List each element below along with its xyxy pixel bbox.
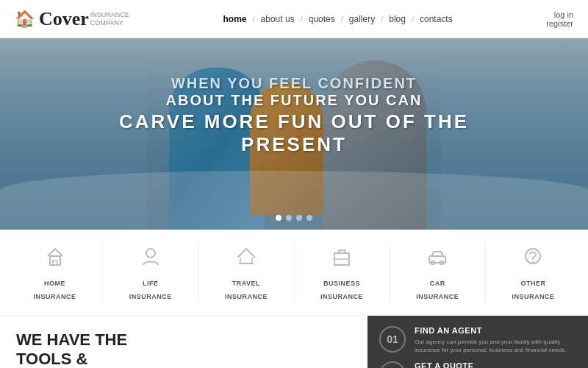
- hero-dots: [276, 215, 312, 221]
- home-ins-icon: [12, 246, 98, 271]
- right-panel-item-2: 02 GET A QUOTE Our focus is to help our …: [379, 361, 576, 368]
- step-number-1: 01: [379, 326, 406, 353]
- dot-1[interactable]: [276, 215, 282, 221]
- life-ins-icon: [107, 246, 193, 271]
- hero-line2: ABOUT THE FUTURE YOU CAN: [0, 92, 588, 109]
- insurance-other[interactable]: OTHERINSURANCE: [486, 243, 581, 305]
- auth-links: log in register: [546, 10, 573, 28]
- nav-blog[interactable]: blog: [383, 14, 412, 24]
- insurance-business[interactable]: BUSINESSINSURANCE: [295, 243, 390, 305]
- hero-text: WHEN YOU FEEL CONFIDENT ABOUT THE FUTURE…: [0, 75, 588, 156]
- step-content-2: GET A QUOTE Our focus is to help our cli…: [415, 361, 576, 368]
- dot-3[interactable]: [296, 215, 302, 221]
- hero-line1: WHEN YOU FEEL CONFIDENT: [0, 75, 588, 92]
- life-ins-label: LIFEINSURANCE: [129, 280, 172, 300]
- login-link[interactable]: log in: [546, 10, 573, 19]
- insurance-life[interactable]: LIFEINSURANCE: [103, 243, 198, 305]
- insurance-car[interactable]: CARINSURANCE: [390, 243, 486, 305]
- dot-4[interactable]: [306, 215, 312, 221]
- hero-line2-gray: ABOUT THE FUTURE: [166, 92, 339, 108]
- other-ins-label: OTHERINSURANCE: [512, 280, 554, 300]
- nav-about[interactable]: about us: [255, 14, 301, 24]
- hero-line2-white: YOU CAN: [344, 92, 422, 108]
- logo-sub-text1: insurance: [90, 11, 129, 19]
- step-text-1: Our agency can provide you and your fami…: [415, 338, 576, 354]
- dot-2[interactable]: [286, 215, 292, 221]
- logo-sub-text2: company: [90, 19, 129, 27]
- car-ins-icon: [395, 246, 481, 271]
- left-panel: WE HAVE THE TOOLS & RESOURCES YOU NEED F…: [0, 316, 368, 368]
- nav-home[interactable]: home: [218, 14, 253, 24]
- business-ins-icon: [299, 246, 385, 271]
- step-content-1: FIND AN AGENT Our agency can provide you…: [415, 326, 576, 354]
- other-ins-icon: [490, 246, 576, 271]
- svg-point-10: [532, 261, 534, 263]
- travel-ins-icon: [203, 246, 289, 271]
- home-ins-label: HOMEINSURANCE: [34, 280, 76, 300]
- right-panel: 01 FIND AN AGENT Our agency can provide …: [368, 316, 588, 368]
- hero-section: WHEN YOU FEEL CONFIDENT ABOUT THE FUTURE…: [0, 38, 588, 230]
- insurance-types-bar: HOMEINSURANCE LIFEINSURANCE TRAVELINSURA…: [0, 230, 588, 316]
- svg-point-2: [146, 249, 155, 258]
- step-title-1: FIND AN AGENT: [415, 326, 576, 335]
- right-panel-item-1: 01 FIND AN AGENT Our agency can provide …: [379, 326, 576, 354]
- step-title-2: GET A QUOTE: [415, 361, 576, 368]
- header: 🏠 Cover insurance company home / about u…: [0, 0, 588, 38]
- business-ins-label: BUSINESSINSURANCE: [320, 280, 363, 300]
- bottom-section: WE HAVE THE TOOLS & RESOURCES YOU NEED F…: [0, 316, 588, 368]
- logo-main-text: Cover: [39, 8, 89, 30]
- left-heading: WE HAVE THE TOOLS & RESOURCES YOU NEED: [16, 330, 351, 368]
- nav-quotes[interactable]: quotes: [303, 14, 341, 24]
- logo-icon: 🏠: [15, 10, 35, 29]
- main-nav: home / about us / quotes / gallery / blo…: [218, 14, 459, 24]
- travel-ins-label: TRAVELINSURANCE: [225, 280, 268, 300]
- hero-line3: CARVE MORE FUN OUT OF THE: [0, 110, 588, 133]
- logo: 🏠 Cover insurance company: [15, 8, 129, 30]
- step-number-2: 02: [379, 361, 406, 368]
- hero-line4: PRESENT: [0, 133, 588, 156]
- register-link[interactable]: register: [546, 19, 573, 28]
- insurance-travel[interactable]: TRAVELINSURANCE: [198, 243, 294, 305]
- nav-gallery[interactable]: gallery: [343, 14, 381, 24]
- insurance-home[interactable]: HOMEINSURANCE: [7, 243, 103, 305]
- car-ins-label: CARINSURANCE: [416, 280, 459, 300]
- nav-contacts[interactable]: contacts: [414, 14, 459, 24]
